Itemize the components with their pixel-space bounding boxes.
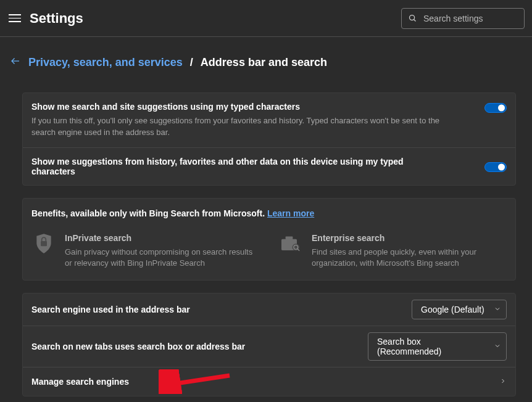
setting-label: Search on new tabs uses search box or ad… xyxy=(31,342,359,351)
breadcrumb-current: Address bar and search xyxy=(201,56,327,69)
svg-point-0 xyxy=(410,15,415,20)
setting-label: Search engine used in the address bar xyxy=(31,305,403,314)
search-input[interactable] xyxy=(423,14,518,23)
dropdown-value: Google (Default) xyxy=(421,305,484,314)
back-arrow-icon[interactable] xyxy=(10,55,21,69)
benefit-enterprise: Enterprise search Find sites and people … xyxy=(278,233,507,269)
search-box[interactable] xyxy=(401,8,525,29)
content-area: Privacy, search, and services / Address … xyxy=(0,37,532,402)
benefits-card: Benefits, available only with Bing Searc… xyxy=(22,198,516,281)
learn-more-link[interactable]: Learn more xyxy=(267,208,314,218)
dropdown-new-tab-search[interactable]: Search box (Recommended) xyxy=(368,332,507,361)
suggestions-card: Show me search and site suggestions usin… xyxy=(22,92,516,186)
toggle-history-suggestions[interactable] xyxy=(484,162,507,172)
search-engine-card: Search engine used in the address bar Go… xyxy=(22,293,516,396)
dropdown-value: Search box (Recommended) xyxy=(377,337,485,356)
hamburger-menu-icon[interactable] xyxy=(9,12,21,25)
chevron-right-icon xyxy=(499,376,507,387)
setting-description: If you turn this off, you'll only see su… xyxy=(31,115,447,139)
manage-search-engines-row[interactable]: Manage search engines xyxy=(23,367,515,396)
breadcrumb-separator: / xyxy=(190,56,193,69)
dropdown-search-engine[interactable]: Google (Default) xyxy=(412,300,507,319)
briefcase-search-icon xyxy=(278,233,303,255)
breadcrumb: Privacy, search, and services / Address … xyxy=(10,55,516,69)
svg-rect-3 xyxy=(41,241,47,246)
setting-typed-suggestions: Show me search and site suggestions usin… xyxy=(23,93,515,148)
page-title: Settings xyxy=(30,10,83,27)
benefit-title: Enterprise search xyxy=(312,233,507,243)
chevron-down-icon xyxy=(494,342,501,351)
benefit-title: InPrivate search xyxy=(65,233,260,243)
setting-label: Show me search and site suggestions usin… xyxy=(31,102,447,112)
search-icon xyxy=(408,14,417,23)
svg-rect-5 xyxy=(286,236,293,239)
benefit-description: Find sites and people quickly, even with… xyxy=(312,247,507,269)
top-bar: Settings xyxy=(0,0,532,37)
toggle-typed-suggestions[interactable] xyxy=(484,103,507,113)
setting-search-engine: Search engine used in the address bar Go… xyxy=(23,293,515,326)
breadcrumb-parent-link[interactable]: Privacy, search, and services xyxy=(28,56,183,69)
setting-label: Show me suggestions from history, favori… xyxy=(31,157,447,176)
benefit-description: Gain privacy without compromising on sea… xyxy=(65,247,260,269)
benefits-heading: Benefits, available only with Bing Searc… xyxy=(31,208,507,218)
benefits-heading-text: Benefits, available only with Bing Searc… xyxy=(31,208,265,218)
svg-line-1 xyxy=(414,20,416,22)
setting-label: Manage search engines xyxy=(31,377,491,387)
benefit-inprivate: InPrivate search Gain privacy without co… xyxy=(31,233,260,269)
setting-history-suggestions: Show me suggestions from history, favori… xyxy=(23,148,515,185)
shield-lock-icon xyxy=(31,233,56,255)
setting-new-tab-search: Search on new tabs uses search box or ad… xyxy=(23,326,515,367)
chevron-down-icon xyxy=(494,305,501,314)
